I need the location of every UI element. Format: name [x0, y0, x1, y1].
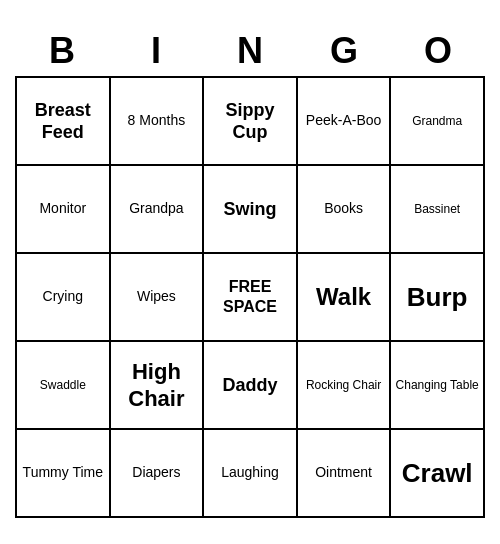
bingo-cell-8: Books — [298, 166, 392, 254]
bingo-cell-21: Diapers — [111, 430, 205, 518]
bingo-cell-23: Ointment — [298, 430, 392, 518]
bingo-cell-0: Breast Feed — [17, 78, 111, 166]
bingo-cell-17: Daddy — [204, 342, 298, 430]
bingo-cell-14: Burp — [391, 254, 485, 342]
bingo-cell-10: Crying — [17, 254, 111, 342]
bingo-cell-5: Monitor — [17, 166, 111, 254]
bingo-cell-2: Sippy Cup — [204, 78, 298, 166]
bingo-cell-1: 8 Months — [111, 78, 205, 166]
bingo-cell-18: Rocking Chair — [298, 342, 392, 430]
bingo-cell-22: Laughing — [204, 430, 298, 518]
header-g: G — [297, 26, 391, 76]
bingo-cell-20: Tummy Time — [17, 430, 111, 518]
bingo-cell-16: High Chair — [111, 342, 205, 430]
bingo-cell-9: Bassinet — [391, 166, 485, 254]
bingo-cell-24: Crawl — [391, 430, 485, 518]
header-o: O — [391, 26, 485, 76]
bingo-cell-15: Swaddle — [17, 342, 111, 430]
bingo-cell-12: FREE SPACE — [204, 254, 298, 342]
header-b: B — [15, 26, 109, 76]
bingo-cell-19: Changing Table — [391, 342, 485, 430]
bingo-cell-4: Grandma — [391, 78, 485, 166]
bingo-grid: Breast Feed8 MonthsSippy CupPeek-A-BooGr… — [15, 76, 485, 518]
bingo-cell-3: Peek-A-Boo — [298, 78, 392, 166]
bingo-card: B I N G O Breast Feed8 MonthsSippy CupPe… — [15, 26, 485, 518]
bingo-cell-11: Wipes — [111, 254, 205, 342]
bingo-header: B I N G O — [15, 26, 485, 76]
bingo-cell-6: Grandpa — [111, 166, 205, 254]
header-n: N — [203, 26, 297, 76]
bingo-cell-7: Swing — [204, 166, 298, 254]
bingo-cell-13: Walk — [298, 254, 392, 342]
header-i: I — [109, 26, 203, 76]
